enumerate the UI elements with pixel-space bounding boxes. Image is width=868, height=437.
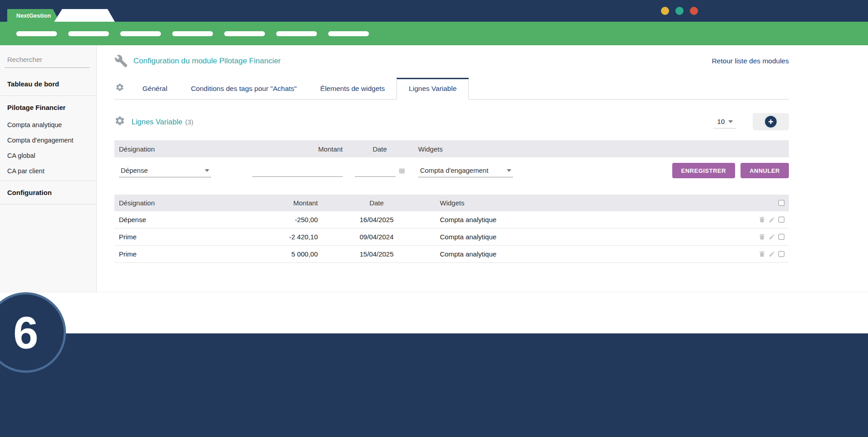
cell-date: 09/04/2024 [318,233,435,241]
settings-gear-icon [114,115,125,128]
tools-icon [114,54,128,68]
cell-montant: -250,00 [232,216,318,223]
cell-widgets: Compta analytique [435,233,750,241]
row-checkbox[interactable] [778,217,784,223]
window-control-maximize[interactable] [675,7,684,15]
sidebar-item-pilotage-financier[interactable]: Pilotage Financier [0,98,96,117]
cell-widgets: Compta analytique [435,250,750,258]
tab-elements-widgets[interactable]: Élements de widgets [308,78,396,99]
cell-date: 15/04/2025 [318,250,435,258]
cell-montant: 5 000,00 [232,250,318,258]
cell-date: 16/04/2025 [318,216,435,223]
save-button[interactable]: ENREGISTRER [672,163,735,178]
settings-gear-icon [114,83,131,99]
table-row: Prime 5 000,00 15/04/2025 Compta analyti… [114,246,789,263]
lines-table: Désignation Montant Date Widgets Dépense… [114,195,789,263]
brand-label: NextGestion [16,12,51,19]
divider [0,95,96,96]
chevron-down-icon [205,169,209,172]
widgets-value: Compta d'engagement [420,166,488,174]
montant-input[interactable] [252,164,343,177]
window-control-minimize[interactable] [661,7,669,15]
footer-band [0,333,868,437]
cell-designation: Prime [114,250,232,258]
add-line-container [753,113,789,130]
sidebar-item-compta-engagement[interactable]: Compta d'engagement [0,133,96,148]
widgets-select[interactable]: Compta d'engagement [418,164,513,177]
cell-montant: -2 420,10 [232,233,318,241]
designation-select[interactable]: Dépense [119,164,211,177]
brand-tab: NextGestion [7,9,60,22]
section-header: Lignes Variable (3) 10 [114,113,789,130]
divider [0,180,96,181]
sidebar-search[interactable] [5,52,90,68]
nav-pill[interactable] [16,31,57,36]
row-checkbox[interactable] [778,234,784,240]
page-title: Configuration du module Pilotage Financi… [133,57,281,66]
chevron-down-icon [507,169,511,172]
edit-icon[interactable] [769,216,775,223]
new-line-form: Dépense Compta d'engagement [114,157,789,184]
sidebar-item-tableau-de-bord[interactable]: Tableau de bord [0,74,96,94]
cell-designation: Prime [114,233,232,241]
edit-icon[interactable] [769,233,775,240]
form-column-designation: Désignation [114,145,209,153]
table-row: Prime -2 420,10 09/04/2024 Compta analyt… [114,228,789,246]
search-input[interactable] [7,56,97,63]
form-header-row: Désignation Montant Date Widgets [114,140,789,157]
add-line-button[interactable] [764,115,778,128]
sidebar-item-compta-analytique[interactable]: Compta analytique [0,117,96,133]
divider [0,204,96,204]
tabs-bar: Général Conditions des tags pour "Achats… [114,78,789,100]
sidebar-item-ca-global[interactable]: CA global [0,148,96,163]
sidebar: Tableau de bord Pilotage Financier Compt… [0,45,97,292]
delete-icon[interactable] [759,251,765,257]
nav-pill[interactable] [120,31,161,36]
form-column-widgets: Widgets [418,145,513,153]
cancel-button[interactable]: ANNULER [741,163,789,178]
calendar-icon[interactable] [399,167,405,174]
plus-icon [767,118,774,125]
delete-icon[interactable] [759,233,765,240]
sidebar-item-configuration[interactable]: Configuration [0,183,96,202]
main-nav [0,22,868,45]
column-designation: Désignation [114,199,232,207]
chevron-down-icon [728,120,733,123]
topbar: NextGestion [0,0,868,22]
window-controls [661,7,698,15]
page-header: Configuration du module Pilotage Financi… [114,54,789,68]
page-size-value: 10 [717,118,725,125]
table-header-row: Désignation Montant Date Widgets [114,195,789,211]
form-column-montant: Montant [252,145,343,153]
nav-pill[interactable] [172,31,213,36]
app-window: { "topbar": { "brand": "NextGestion" }, … [0,0,868,437]
delete-icon[interactable] [759,216,765,223]
nav-pill[interactable] [68,31,109,36]
section-title: Lignes Variable [132,118,183,126]
select-all-checkbox[interactable] [778,200,784,206]
page-size-select[interactable]: 10 [713,115,736,128]
tab-lignes-variable[interactable]: Lignes Variable [396,78,469,100]
row-checkbox[interactable] [778,251,784,257]
form-column-date: Date [355,145,405,153]
nav-pill[interactable] [276,31,317,36]
table-row: Dépense -250,00 16/04/2025 Compta analyt… [114,211,789,228]
column-date: Date [318,199,435,207]
tab-general[interactable]: Général [131,78,179,99]
nav-pill[interactable] [328,31,369,36]
edit-icon[interactable] [769,251,775,257]
date-input[interactable] [355,164,396,177]
column-widgets: Widgets [435,199,750,207]
cell-widgets: Compta analytique [435,216,750,223]
window-tab[interactable] [54,9,115,22]
app-body: Tableau de bord Pilotage Financier Compt… [0,45,868,292]
sidebar-item-ca-par-client[interactable]: CA par client [0,163,96,179]
nav-pill[interactable] [224,31,265,36]
tab-conditions-tags-achats[interactable]: Conditions des tags pour "Achats" [179,78,308,99]
column-montant: Montant [232,199,318,207]
back-to-modules-link[interactable]: Retour liste des modules [712,57,789,65]
date-field [355,164,405,177]
step-number: 6 [13,307,38,359]
cell-designation: Dépense [114,216,232,223]
window-control-close[interactable] [690,7,698,15]
